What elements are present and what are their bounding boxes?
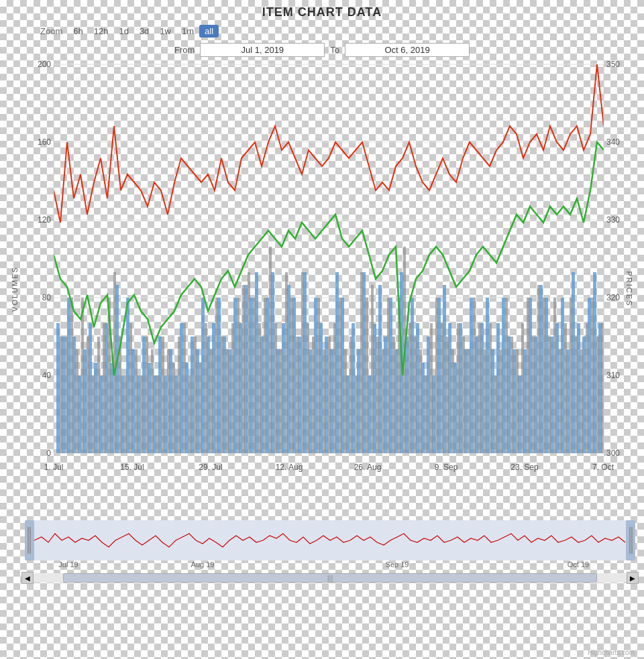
zoom-btn-6h[interactable]: 6h — [68, 25, 88, 38]
svg-text:80: 80 — [42, 293, 52, 302]
svg-rect-195 — [414, 337, 417, 453]
svg-rect-202 — [451, 349, 454, 453]
x-axis-labels: 1. Jul 15. Jul 29. Jul 12. Aug 26. Aug 9… — [44, 463, 614, 472]
svg-rect-168 — [269, 247, 272, 453]
svg-text:340: 340 — [606, 137, 620, 147]
svg-rect-184 — [355, 375, 358, 453]
zoom-btn-1m[interactable]: 1m — [176, 25, 199, 38]
svg-rect-228 — [591, 298, 594, 453]
zoom-btn-all[interactable]: all — [199, 25, 219, 38]
svg-rect-178 — [323, 349, 325, 453]
scrollbar-thumb[interactable]: ||| — [63, 573, 597, 583]
svg-rect-148 — [162, 337, 164, 453]
svg-text:Aug 19: Aug 19 — [191, 560, 215, 568]
svg-text:15. Jul: 15. Jul — [120, 463, 144, 472]
svg-rect-131 — [70, 298, 73, 453]
svg-rect-198 — [430, 323, 433, 453]
svg-rect-162 — [237, 298, 239, 453]
svg-rect-196 — [419, 349, 422, 453]
svg-rect-174 — [301, 272, 304, 453]
svg-rect-235 — [626, 520, 635, 560]
svg-rect-170 — [280, 349, 282, 453]
svg-rect-217 — [532, 337, 535, 453]
zoom-btn-3d[interactable]: 3d — [134, 25, 154, 38]
svg-rect-201 — [446, 337, 449, 453]
left-y-axis: 200 160 120 80 40 0 — [38, 61, 51, 458]
svg-rect-206 — [473, 298, 476, 453]
svg-rect-158 — [215, 298, 218, 453]
svg-rect-134 — [87, 337, 89, 453]
svg-rect-207 — [478, 323, 481, 453]
svg-rect-197 — [425, 375, 427, 453]
left-axis-label: VOLUMES — [11, 266, 19, 312]
svg-text:0: 0 — [46, 448, 51, 458]
to-label: To — [330, 45, 339, 55]
to-date-input[interactable] — [345, 43, 470, 57]
svg-rect-223 — [564, 323, 567, 453]
svg-rect-176 — [312, 337, 315, 453]
svg-rect-179 — [328, 337, 331, 453]
chart-container: ITEM CHART DATA Zoom 6h 12h 1d 3d 1w 1m … — [0, 0, 644, 659]
svg-text:9. Sep: 9. Sep — [435, 463, 458, 472]
svg-rect-173 — [296, 337, 299, 453]
svg-rect-144 — [140, 375, 143, 453]
svg-rect-169 — [274, 323, 277, 453]
svg-rect-187 — [371, 285, 374, 453]
svg-rect-143 — [135, 349, 138, 453]
svg-rect-211 — [500, 349, 502, 453]
svg-rect-130 — [65, 337, 68, 453]
svg-rect-136 — [97, 337, 100, 453]
zoom-bar: Zoom 6h 12h 1d 3d 1w 1m all — [0, 19, 644, 40]
svg-rect-222 — [559, 349, 561, 453]
svg-rect-164 — [248, 272, 250, 453]
chart-title: ITEM CHART DATA — [0, 0, 644, 19]
svg-rect-182 — [344, 349, 347, 453]
svg-rect-208 — [484, 349, 486, 453]
svg-text:12. Aug: 12. Aug — [276, 463, 303, 472]
svg-rect-142 — [129, 323, 132, 453]
svg-rect-220 — [548, 337, 551, 453]
svg-text:320: 320 — [606, 293, 620, 302]
svg-rect-212 — [505, 298, 508, 453]
svg-rect-215 — [521, 323, 524, 453]
svg-rect-230 — [601, 323, 604, 453]
from-label: From — [174, 45, 195, 55]
svg-rect-216 — [527, 298, 529, 453]
svg-rect-199 — [435, 298, 438, 453]
svg-rect-159 — [221, 337, 223, 453]
from-date-input[interactable] — [200, 43, 325, 57]
svg-rect-186 — [366, 298, 368, 453]
svg-rect-163 — [242, 285, 245, 453]
svg-rect-219 — [543, 298, 545, 453]
svg-rect-180 — [333, 323, 336, 453]
right-y-axis: 350 340 330 320 310 300 — [606, 61, 620, 458]
svg-rect-132 — [76, 349, 78, 453]
svg-rect-210 — [494, 375, 497, 453]
svg-rect-200 — [441, 323, 443, 453]
red-price-line — [54, 64, 604, 223]
svg-rect-218 — [537, 285, 540, 453]
scroll-right-arrow[interactable]: ▶ — [627, 572, 639, 584]
svg-text:350: 350 — [606, 61, 620, 69]
zoom-btn-1w[interactable]: 1w — [154, 25, 176, 38]
svg-rect-135 — [92, 375, 95, 453]
svg-rect-203 — [457, 323, 460, 453]
navigator-area: Jul 19 Aug 19 Sep 19 Oct 19 ◀ ||| ▶ — [7, 517, 637, 584]
svg-rect-129 — [60, 337, 62, 453]
svg-rect-229 — [596, 337, 599, 453]
svg-text:330: 330 — [606, 215, 620, 225]
svg-text:40: 40 — [42, 371, 52, 380]
zoom-btn-1d[interactable]: 1d — [113, 25, 133, 38]
svg-rect-214 — [516, 349, 519, 453]
svg-rect-221 — [553, 298, 556, 453]
svg-rect-154 — [194, 337, 197, 453]
svg-text:7. Oct: 7. Oct — [592, 463, 614, 472]
svg-rect-226 — [580, 349, 583, 453]
zoom-btn-12h[interactable]: 12h — [89, 25, 114, 38]
svg-text:29. Jul: 29. Jul — [199, 463, 222, 472]
date-range-bar: From To — [0, 40, 644, 61]
scroll-left-arrow[interactable]: ◀ — [21, 572, 34, 584]
svg-rect-146 — [151, 349, 154, 453]
svg-text:200: 200 — [38, 61, 51, 69]
svg-rect-194 — [409, 323, 411, 453]
